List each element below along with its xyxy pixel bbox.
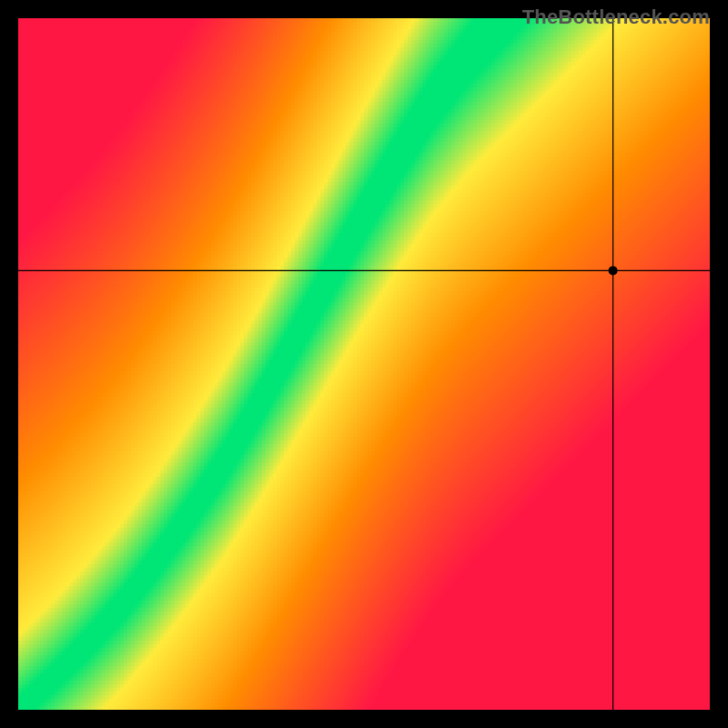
bottleneck-heatmap bbox=[0, 0, 728, 728]
chart-container: TheBottleneck.com bbox=[0, 0, 728, 728]
watermark-text: TheBottleneck.com bbox=[522, 5, 710, 29]
